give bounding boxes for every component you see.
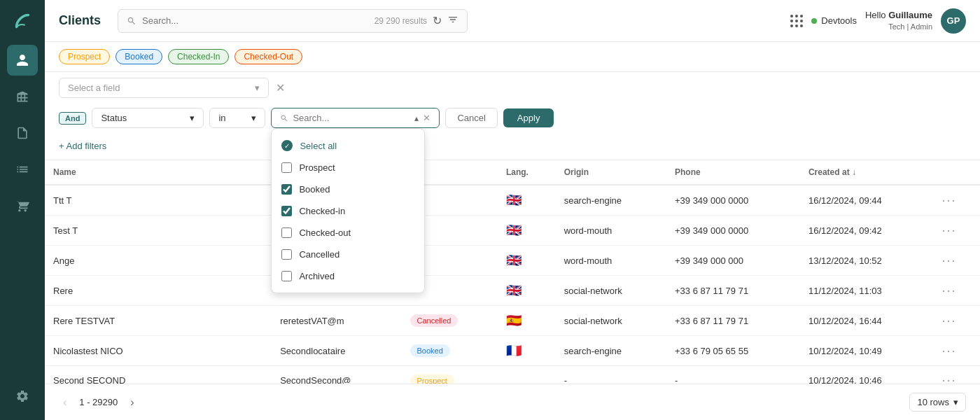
filter-tag-checked-in[interactable]: Checked-In <box>168 49 229 64</box>
select-all-item[interactable]: ✓ Select all <box>272 134 424 157</box>
search-box[interactable]: 29 290 results ↻ <box>118 9 468 33</box>
row-actions-button[interactable]: ··· <box>941 223 956 237</box>
filter-section: Select a field ▾ ✕ And Status ▾ in ▾ <box>45 72 980 160</box>
table-header-row: Name Email St. Lang. Origin Phone Create… <box>45 160 980 185</box>
topbar: Clients 29 290 results ↻ Devtools <box>45 0 980 42</box>
field-select[interactable]: Select a field ▾ <box>59 78 269 98</box>
sidebar-item-document[interactable] <box>7 118 38 148</box>
filter-tags-bar: Prospect Booked Checked-In Checked-Out <box>45 42 980 72</box>
status-search-dropdown: ▴ ✕ ✓ Select all Prospect <box>271 108 440 128</box>
table-row: Rere TESTVAT reretestVAT@m Cancelled 🇪🇸 … <box>45 306 980 336</box>
dropdown-item-checked-out[interactable]: Checked-out <box>272 222 424 244</box>
cell-lang: 🇪🇸 <box>498 306 556 336</box>
table-row: Second SECOND SecondSecond@ Prospect - -… <box>45 366 980 384</box>
label-booked: Booked <box>299 184 330 195</box>
devtools-label: Devtools <box>821 15 857 26</box>
search-icon <box>127 16 136 26</box>
chevron-down-icon-in: ▾ <box>251 113 256 123</box>
cell-actions[interactable]: ··· <box>933 246 980 276</box>
checkbox-cancelled[interactable] <box>281 249 292 260</box>
page-nav: ‹ 1 - 29290 › <box>59 395 139 410</box>
sidebar-item-cart[interactable] <box>7 190 38 221</box>
in-label: in <box>218 113 225 123</box>
dropdown-item-cancelled[interactable]: Cancelled <box>272 244 424 265</box>
close-search-icon[interactable]: ✕ <box>423 113 430 123</box>
cell-created: 16/12/2024, 09:44 <box>800 185 933 216</box>
filter-tag-booked[interactable]: Booked <box>115 49 162 64</box>
status-dropdown-panel: ✓ Select all Prospect Booked <box>271 128 425 293</box>
chevron-down-icon: ▾ <box>255 83 260 93</box>
status-search-input-wrapper[interactable]: ▴ ✕ <box>271 108 440 128</box>
filter-icon[interactable] <box>447 14 458 28</box>
filter-tag-checked-out[interactable]: Checked-Out <box>234 49 302 64</box>
sidebar-item-settings[interactable] <box>7 381 38 412</box>
cell-phone: - <box>666 366 800 384</box>
refresh-icon[interactable]: ↻ <box>433 14 442 27</box>
cell-lang: 🇬🇧 <box>498 185 556 216</box>
sidebar-item-clients[interactable] <box>7 45 38 76</box>
in-select[interactable]: in ▾ <box>209 108 265 128</box>
dropdown-item-archived[interactable]: Archived <box>272 265 424 287</box>
cancel-button[interactable]: Cancel <box>445 108 497 128</box>
cell-actions[interactable]: ··· <box>933 306 980 336</box>
checkbox-prospect[interactable] <box>281 162 292 173</box>
next-page-button[interactable]: › <box>126 395 138 410</box>
cell-created: 10/12/2024, 16:44 <box>800 306 933 336</box>
cell-actions[interactable]: ··· <box>933 185 980 216</box>
clients-table: Name Email St. Lang. Origin Phone Create… <box>45 160 980 384</box>
apply-button[interactable]: Apply <box>503 108 554 127</box>
cell-created: 10/12/2024, 10:46 <box>800 366 933 384</box>
checkbox-archived[interactable] <box>281 271 292 281</box>
cell-actions[interactable]: ··· <box>933 216 980 246</box>
prev-page-button[interactable]: ‹ <box>59 395 71 410</box>
devtools-badge: Devtools <box>811 15 857 26</box>
status-search-input[interactable] <box>293 113 410 123</box>
cell-actions[interactable]: ··· <box>933 336 980 366</box>
row-actions-button[interactable]: ··· <box>941 314 956 328</box>
sidebar-item-building[interactable] <box>7 81 38 112</box>
table-row: Test T 🇬🇧 word-mouth +39 349 000 0000 16… <box>45 216 980 246</box>
grid-icon[interactable] <box>790 15 803 27</box>
filter-row-1: Select a field ▾ ✕ <box>59 78 966 104</box>
checkbox-checked-out[interactable] <box>281 227 292 238</box>
cell-phone: +39 349 000 0000 <box>666 216 800 246</box>
checkbox-booked[interactable] <box>281 184 292 195</box>
cell-created: 13/12/2024, 10:52 <box>800 246 933 276</box>
sidebar-item-list[interactable] <box>7 154 38 185</box>
cell-actions[interactable]: ··· <box>933 366 980 384</box>
checkbox-checked-in[interactable] <box>281 206 292 216</box>
status-select[interactable]: Status ▾ <box>92 108 204 128</box>
cell-name: Rere TESTVAT <box>45 306 272 336</box>
page-title: Clients <box>59 13 101 28</box>
cell-phone: +39 349 000 000 <box>666 246 800 276</box>
dropdown-item-checked-in[interactable]: Checked-in <box>272 200 424 222</box>
label-checked-out: Checked-out <box>299 227 351 238</box>
row-actions-button[interactable]: ··· <box>941 193 956 207</box>
cell-status: Booked <box>402 336 498 366</box>
page-range: 1 - 29290 <box>79 397 118 407</box>
avatar[interactable]: GP <box>941 8 966 34</box>
col-created[interactable]: Created at ↓ <box>800 160 933 185</box>
select-all-label: Select all <box>300 141 337 151</box>
row-actions-button[interactable]: ··· <box>941 284 956 298</box>
cell-lang: 🇬🇧 <box>498 246 556 276</box>
cell-origin: - <box>556 366 666 384</box>
cell-phone: +39 349 000 0000 <box>666 185 800 216</box>
row-actions-button[interactable]: ··· <box>941 373 956 384</box>
cell-lang: 🇬🇧 <box>498 216 556 246</box>
dropdown-item-prospect[interactable]: Prospect <box>272 157 424 178</box>
cell-origin: search-engine <box>556 336 666 366</box>
table-row: Ange 🇬🇧 word-mouth +39 349 000 000 13/12… <box>45 246 980 276</box>
add-filters-button[interactable]: + Add filters <box>59 138 966 154</box>
cell-actions[interactable]: ··· <box>933 276 980 306</box>
dropdown-item-booked[interactable]: Booked <box>272 178 424 200</box>
filter-tag-prospect[interactable]: Prospect <box>59 49 110 64</box>
cell-phone: +33 6 87 11 79 71 <box>666 306 800 336</box>
cell-email: SecondSecond@ <box>272 366 401 384</box>
filter-close-button[interactable]: ✕ <box>274 80 286 96</box>
row-actions-button[interactable]: ··· <box>941 253 956 267</box>
row-actions-button[interactable]: ··· <box>941 344 956 358</box>
rows-per-page-select[interactable]: 10 rows ▾ <box>909 393 966 412</box>
label-cancelled: Cancelled <box>299 249 340 260</box>
search-input[interactable] <box>142 15 369 26</box>
